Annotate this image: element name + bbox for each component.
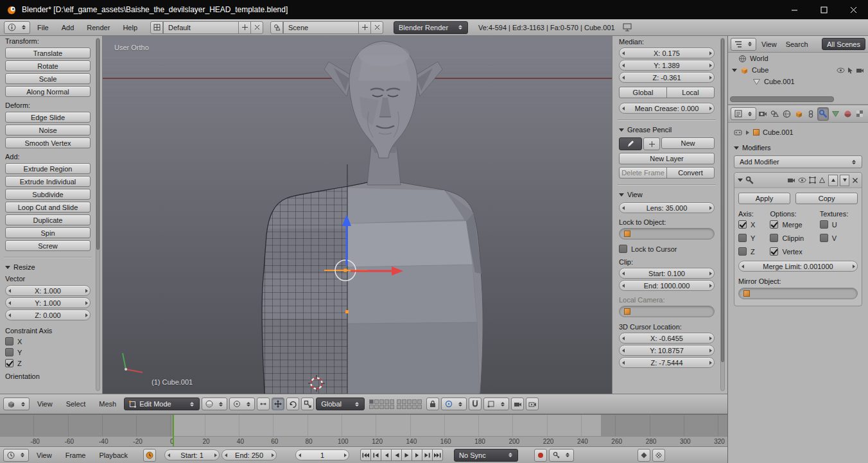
- tab-material[interactable]: [842, 107, 853, 121]
- resize-z-field[interactable]: Z: 0.000: [5, 310, 91, 320]
- tab-render[interactable]: [757, 107, 768, 121]
- editor-type-button-info[interactable]: [4, 21, 30, 34]
- timeline-menu-playback[interactable]: Playback: [93, 451, 134, 459]
- increment-arrow-icon[interactable]: [707, 268, 714, 278]
- increment-arrow-icon[interactable]: [83, 298, 90, 308]
- proportional-edit-dropdown[interactable]: [441, 397, 467, 410]
- increment-arrow-icon[interactable]: [707, 203, 714, 213]
- checkbox-box[interactable]: [820, 234, 828, 242]
- modifiers-panel-header[interactable]: Modifiers: [734, 144, 862, 152]
- scrollbar-thumb[interactable]: [96, 39, 100, 250]
- outliner-item-world[interactable]: World: [728, 53, 868, 64]
- spin-button[interactable]: Spin: [5, 227, 91, 238]
- delete-layout-button[interactable]: [250, 21, 263, 34]
- manipulator-rotate-toggle[interactable]: [286, 397, 299, 410]
- decrement-arrow-icon[interactable]: [222, 450, 229, 460]
- play-button[interactable]: [401, 449, 412, 461]
- checkbox-box[interactable]: [770, 247, 778, 256]
- play-reverse-button[interactable]: [391, 449, 402, 461]
- minimize-button[interactable]: [779, 0, 809, 19]
- disclosure-triangle-icon[interactable]: [732, 69, 737, 72]
- along-normal-button[interactable]: Along Normal: [5, 86, 91, 97]
- modifier-view-toggle-icon[interactable]: [798, 177, 806, 184]
- decrement-arrow-icon[interactable]: [6, 286, 13, 295]
- menu-file[interactable]: File: [31, 24, 55, 31]
- view3d-menu-view[interactable]: View: [31, 400, 58, 408]
- opengl-render-animation-button[interactable]: [526, 397, 539, 410]
- checkbox-box[interactable]: [619, 245, 627, 253]
- modifier-editmode-toggle-icon[interactable]: [809, 177, 816, 184]
- browse-scene-button[interactable]: [270, 21, 283, 34]
- extrude-region-button[interactable]: Extrude Region: [5, 163, 91, 174]
- mirror-x-checkbox[interactable]: X: [738, 220, 770, 229]
- smooth-vertex-button[interactable]: Smooth Vertex: [5, 137, 91, 148]
- local-toggle-button[interactable]: Local: [666, 87, 715, 98]
- npanel-scrollbar[interactable]: [720, 38, 725, 391]
- scrollbar-thumb[interactable]: [721, 39, 724, 362]
- clipping-checkbox[interactable]: Clippin: [770, 234, 819, 242]
- apply-button[interactable]: Apply: [738, 193, 790, 204]
- editor-type-button-view3d[interactable]: [3, 397, 30, 410]
- opengl-render-button[interactable]: [511, 397, 524, 410]
- checkbox-box[interactable]: [770, 234, 778, 242]
- subdivide-button[interactable]: Subdivide: [5, 189, 91, 200]
- smooth-shaded-half[interactable]: [347, 188, 482, 394]
- increment-arrow-icon[interactable]: [707, 103, 714, 113]
- decrement-arrow-icon[interactable]: [620, 345, 627, 355]
- loop-cut-button[interactable]: Loop Cut and Slide: [5, 202, 91, 213]
- tab-scene[interactable]: [769, 107, 781, 121]
- constraint-z-checkbox[interactable]: Z: [5, 359, 91, 367]
- tool-shelf-scrollbar[interactable]: [96, 38, 100, 391]
- increment-arrow-icon[interactable]: [707, 345, 714, 355]
- decrement-arrow-icon[interactable]: [620, 358, 627, 367]
- timeline-ruler[interactable]: -80 -60 -40 -20 0 20 40 60 80 100 120 14…: [0, 436, 727, 446]
- prev-keyframe-button[interactable]: [370, 449, 381, 461]
- constraint-x-checkbox[interactable]: X: [5, 337, 91, 345]
- texture-u-checkbox[interactable]: U: [820, 220, 858, 229]
- lock-object-field[interactable]: [619, 228, 715, 240]
- convert-button[interactable]: Convert: [666, 167, 715, 179]
- add-layout-button[interactable]: [238, 21, 251, 34]
- decrement-arrow-icon[interactable]: [620, 48, 627, 58]
- copy-button[interactable]: Copy: [795, 193, 858, 204]
- global-toggle-button[interactable]: Global: [619, 87, 667, 98]
- resize-x-field[interactable]: X: 1.000: [5, 285, 91, 296]
- frame-start-field[interactable]: Start: 1: [164, 450, 220, 460]
- median-z-field[interactable]: Z: -0.361: [619, 72, 715, 83]
- decrement-arrow-icon[interactable]: [6, 310, 13, 320]
- menu-help[interactable]: Help: [117, 24, 143, 31]
- add-modifier-dropdown[interactable]: Add Modifier: [734, 155, 862, 168]
- lock-to-cursor-checkbox[interactable]: Lock to Cursor: [619, 245, 715, 253]
- lens-field[interactable]: Lens: 35.000: [619, 202, 715, 213]
- auto-keyframe-record-button[interactable]: [534, 449, 547, 462]
- decrement-arrow-icon[interactable]: [620, 60, 627, 70]
- cursor-y-field[interactable]: Y: 10.8757: [619, 345, 715, 356]
- pivot-center-dropdown[interactable]: [229, 397, 255, 410]
- cursor-z-field[interactable]: Z: -7.5444: [619, 357, 715, 368]
- restrict-view-eye-icon[interactable]: [837, 67, 845, 74]
- current-frame-indicator[interactable]: [173, 415, 174, 446]
- tab-world[interactable]: [781, 107, 793, 121]
- decrement-arrow-icon[interactable]: [620, 333, 627, 343]
- audio-sync-dropdown[interactable]: No Sync: [454, 449, 518, 462]
- grease-add-button[interactable]: [643, 137, 660, 150]
- snap-element-dropdown[interactable]: [483, 397, 509, 410]
- timeline-menu-frame[interactable]: Frame: [60, 451, 92, 459]
- checkbox-box[interactable]: [738, 234, 747, 242]
- increment-arrow-icon[interactable]: [269, 450, 276, 460]
- tab-modifiers[interactable]: [817, 107, 829, 121]
- increment-arrow-icon[interactable]: [83, 286, 90, 295]
- outliner-item-cube001[interactable]: Cube.001: [728, 76, 868, 87]
- next-frame-button[interactable]: [412, 449, 422, 461]
- jump-to-start-button[interactable]: [360, 449, 371, 461]
- increment-arrow-icon[interactable]: [707, 281, 714, 290]
- checkbox-box[interactable]: [770, 220, 778, 229]
- mirror-z-checkbox[interactable]: Z: [738, 247, 770, 256]
- transform-orientation-dropdown[interactable]: Global: [316, 397, 365, 410]
- increment-arrow-icon[interactable]: [83, 310, 90, 320]
- restrict-render-camera-icon[interactable]: [856, 67, 864, 74]
- clip-start-field[interactable]: Start: 0.100: [619, 268, 715, 279]
- current-frame-field[interactable]: 1: [295, 450, 349, 460]
- resize-y-field[interactable]: Y: 1.000: [5, 297, 91, 308]
- lock-to-scene-toggle[interactable]: [426, 397, 439, 410]
